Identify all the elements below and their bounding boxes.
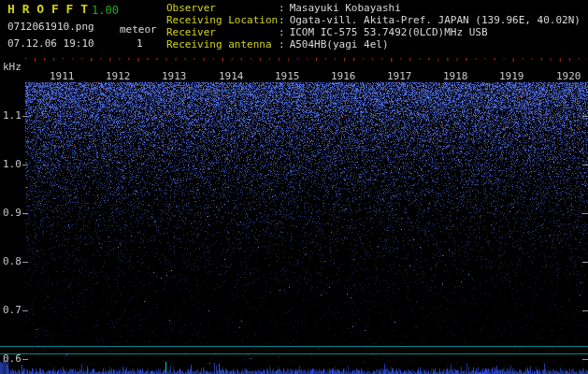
station-info: Observer:Masayuki Kobayashi Receiving Lo… <box>166 3 581 51</box>
x-tick-label: 1918 <box>443 71 468 82</box>
info-separator: : <box>279 26 290 38</box>
x-tick-label: 1914 <box>219 71 244 82</box>
info-value: Ogata-vill. Akita-Pref. JAPAN (139.96E, … <box>290 14 581 26</box>
x-tick-label: 1916 <box>331 71 356 82</box>
info-label: Receiver <box>166 27 279 38</box>
x-tick-label: 1920 <box>556 71 581 82</box>
y-tick-label: 0.7 <box>3 305 22 316</box>
x-tick-label: 1919 <box>499 71 524 82</box>
y-tick-label: 1.0 <box>3 159 22 170</box>
info-value: Masayuki Kobayashi <box>290 2 401 14</box>
output-filename: 0712061910.png <box>7 22 94 33</box>
meteor-count: 1 <box>136 38 143 50</box>
x-tick-label: 1913 <box>162 71 187 82</box>
info-row-antenna: Receiving antenna:A504HB(yagi 4el) <box>166 39 581 51</box>
info-value: A504HB(yagi 4el) <box>290 38 389 50</box>
info-label: Receiving antenna <box>166 39 279 50</box>
y-tick-label: 0.6 <box>3 353 22 365</box>
hrofft-window: H R O F F T 1.00 0712061910.png meteor 0… <box>0 0 588 374</box>
x-tick-label: 1915 <box>275 71 300 82</box>
x-tick-label: 1917 <box>387 71 412 82</box>
y-tick-label: 0.9 <box>3 208 22 219</box>
y-tick-label: 1.1 <box>3 110 22 122</box>
y-axis-unit: kHz <box>3 62 22 73</box>
datetime-label: 07.12.06 19:10 <box>7 38 94 50</box>
mode-label: meteor <box>120 24 157 36</box>
y-tick-label: 0.8 <box>3 256 22 267</box>
spectrogram-plot: kHz 1.1 1.0 0.9 0.8 0.7 0.6 1911 1912 19… <box>0 0 588 374</box>
info-separator: : <box>279 2 290 14</box>
info-label: Observer <box>166 3 279 14</box>
x-tick-label: 1912 <box>106 71 131 82</box>
app-version: 1.00 <box>92 5 119 16</box>
info-value: ICOM IC-575 53.7492(0LCD)MHz USB <box>290 26 488 38</box>
info-separator: : <box>279 38 290 50</box>
info-separator: : <box>279 14 290 26</box>
info-label: Receiving Location <box>166 15 279 26</box>
x-tick-label: 1911 <box>50 71 75 82</box>
header: H R O F F T 1.00 0712061910.png meteor 0… <box>0 0 588 54</box>
app-title: H R O F F T <box>7 4 88 15</box>
